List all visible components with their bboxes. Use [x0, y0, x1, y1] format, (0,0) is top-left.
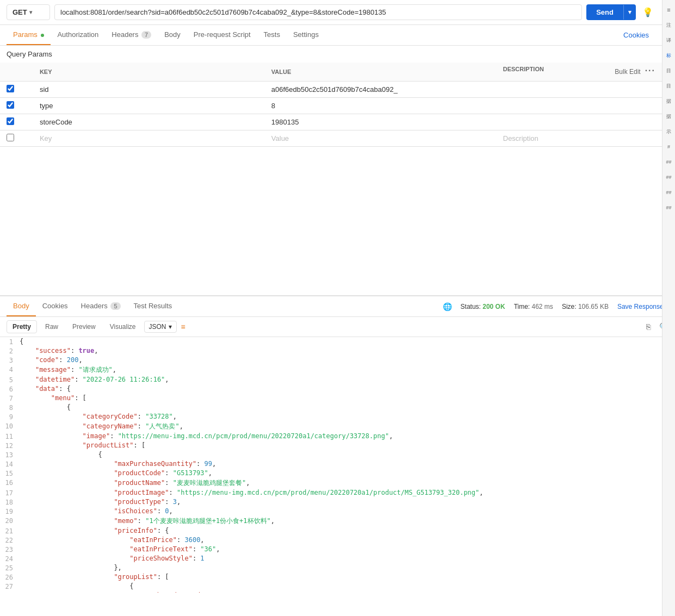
row4-check-cell: [0, 130, 33, 147]
row1-key-cell[interactable]: sid: [33, 82, 265, 98]
col-check: [0, 63, 33, 82]
tab-authorization-label: Authorization: [57, 30, 98, 39]
row3-check-cell: [0, 114, 33, 130]
row3-value-cell[interactable]: 1980135: [265, 114, 497, 130]
row4-key-cell[interactable]: Key: [33, 130, 265, 147]
tab-headers[interactable]: Headers 7: [105, 25, 158, 45]
method-label: GET: [13, 8, 27, 16]
sidebar-icon-8[interactable]: 据: [664, 111, 674, 122]
col-description: DESCRIPTION ··· Bulk Edit: [497, 63, 662, 82]
row2-checkbox[interactable]: [7, 101, 14, 109]
url-input[interactable]: [54, 4, 582, 20]
table-row: type 8: [0, 98, 662, 114]
sidebar-icon-3[interactable]: 译: [664, 35, 674, 46]
sidebar-icon-6[interactable]: 目: [664, 80, 674, 91]
tab-tests-label: Tests: [264, 30, 280, 39]
table-row: sid a06f6edb50c2c501d7609b7c4caba092_: [0, 82, 662, 98]
row4-value-cell[interactable]: Value: [265, 130, 497, 147]
params-active-dot: [41, 34, 44, 37]
more-icon[interactable]: ···: [645, 66, 655, 76]
send-button[interactable]: Send ▾: [586, 4, 636, 20]
cookies-link-label: Cookies: [623, 31, 649, 39]
query-params-title: Query Params: [0, 46, 662, 63]
row2-value-cell[interactable]: 8: [265, 98, 497, 114]
row2-check-cell: [0, 98, 33, 114]
col-value: VALUE: [265, 63, 497, 82]
tab-pre-request-label: Pre-request Script: [194, 30, 251, 39]
sidebar-icon-7[interactable]: 据: [664, 96, 674, 107]
send-label: Send: [586, 4, 623, 20]
row2-key-cell[interactable]: type: [33, 98, 265, 114]
tab-authorization[interactable]: Authorization: [51, 25, 105, 45]
tab-pre-request[interactable]: Pre-request Script: [187, 25, 257, 45]
bulk-edit-button[interactable]: Bulk Edit: [610, 66, 645, 78]
row1-check-cell: [0, 82, 33, 98]
tab-body-label: Body: [164, 30, 181, 39]
row3-checkbox[interactable]: [7, 117, 14, 125]
tab-params-label: Params: [13, 30, 38, 39]
row1-desc-cell[interactable]: [497, 82, 662, 98]
url-bar: GET ▾ Send ▾ 💡: [0, 0, 662, 25]
tab-headers-label: Headers: [112, 30, 138, 39]
tab-tests[interactable]: Tests: [257, 25, 287, 45]
key-placeholder: Key: [40, 134, 52, 142]
description-col-label: DESCRIPTION: [503, 66, 544, 72]
row3-desc-cell[interactable]: [497, 114, 662, 130]
col-key: KEY: [33, 63, 265, 82]
value-placeholder: Value: [271, 134, 289, 142]
method-chevron-icon: ▾: [29, 9, 32, 15]
params-table: KEY VALUE DESCRIPTION ··· Bulk Edit sid …: [0, 63, 662, 147]
tab-settings-label: Settings: [293, 30, 319, 39]
row3-key-cell[interactable]: storeCode: [33, 114, 265, 130]
send-dropdown-icon: ▾: [623, 5, 636, 20]
sidebar-icon-5[interactable]: 目: [664, 65, 674, 76]
tab-body[interactable]: Body: [158, 25, 187, 45]
method-select[interactable]: GET ▾: [7, 4, 50, 20]
sidebar-icon-4[interactable]: 标: [664, 50, 674, 61]
row2-desc-cell[interactable]: [497, 98, 662, 114]
row1-checkbox[interactable]: [7, 85, 14, 92]
row4-checkbox[interactable]: [7, 134, 14, 141]
table-row: Key Value Description: [0, 130, 662, 147]
main-content: GET ▾ Send ▾ 💡 Params Authorization Head…: [0, 0, 662, 147]
row1-value-cell[interactable]: a06f6edb50c2c501d7609b7c4caba092_: [265, 82, 497, 98]
top-tabs-row: Params Authorization Headers 7 Body Pre-…: [0, 25, 662, 46]
tab-cookies[interactable]: Cookies: [617, 26, 655, 45]
table-row: storeCode 1980135: [0, 114, 662, 130]
headers-badge: 7: [141, 31, 151, 39]
sidebar-icon-2[interactable]: 注: [664, 20, 674, 30]
desc-placeholder: Description: [503, 134, 538, 142]
tab-settings[interactable]: Settings: [287, 25, 325, 45]
row4-desc-cell[interactable]: Description: [497, 130, 662, 147]
sidebar-icon-10[interactable]: #: [664, 141, 674, 147]
right-sidebar: ≡ 注 译 标 目 目 据 据 示 # ## ## ## ##: [662, 0, 675, 147]
hint-icon[interactable]: 💡: [640, 5, 655, 20]
sidebar-icon-9[interactable]: 示: [664, 126, 674, 137]
tab-params[interactable]: Params: [7, 25, 51, 45]
sidebar-icon-1[interactable]: ≡: [664, 4, 674, 15]
